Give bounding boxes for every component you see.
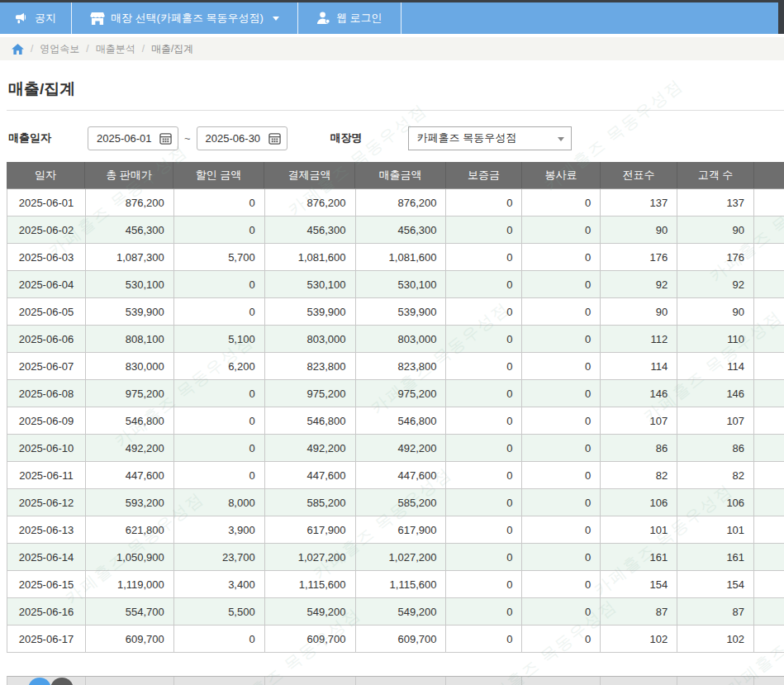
column-header[interactable]: 전표수: [601, 162, 677, 188]
table-row[interactable]: 2025-06-07830,0006,200823,800823,8000011…: [7, 353, 784, 380]
table-row[interactable]: 2025-06-17609,7000609,700609,70000102102: [7, 626, 784, 653]
value-cell: 0: [446, 216, 522, 243]
table-row[interactable]: 2025-06-09546,8000546,800546,80000107107: [7, 407, 784, 435]
table-row[interactable]: 2025-06-12593,2008,000585,200585,2000010…: [7, 489, 784, 516]
date-cell: 2025-06-17: [7, 626, 86, 652]
app-window: 공지 매장 선택(카페홀즈 목동우성점) 웹 로그인: [0, 0, 784, 685]
breadcrumb-item-current: 매출/집계: [151, 42, 193, 56]
table-row[interactable]: 2025-06-031,087,3005,7001,081,6001,081,6…: [7, 244, 784, 271]
value-cell: 0: [522, 571, 601, 597]
date-cell: 2025-06-01: [7, 189, 86, 216]
web-login-button[interactable]: 웹 로그인: [298, 2, 402, 34]
value-cell: 546,800: [86, 407, 174, 434]
home-icon[interactable]: [12, 44, 24, 55]
notice-button[interactable]: 공지: [0, 2, 72, 34]
value-cell: 110: [677, 326, 754, 352]
value-cell: 114: [677, 353, 754, 379]
column-header[interactable]: 결제금액: [264, 162, 355, 188]
user-gear-icon: [316, 12, 330, 25]
filter-bar: 매출일자 2025-06-01 ~ 2025-06-30: [8, 126, 784, 150]
value-cell: 0: [446, 271, 522, 297]
column-header[interactable]: 일자: [7, 162, 85, 188]
value-cell: 823,800: [265, 353, 356, 379]
store-select-label: 매장 선택(카페홀즈 목동우성점): [111, 11, 264, 26]
cutoff-cell: [754, 298, 784, 325]
value-cell: 90: [601, 216, 677, 243]
value-cell: 0: [522, 380, 601, 407]
column-header[interactable]: 고객 수: [677, 162, 754, 188]
calendar-icon[interactable]: [159, 132, 172, 145]
calendar-icon[interactable]: [268, 132, 281, 145]
table-row[interactable]: 2025-06-06808,1005,100803,000803,0000011…: [7, 326, 784, 353]
value-cell: 0: [446, 407, 522, 434]
date-from-input[interactable]: 2025-06-01: [88, 126, 178, 150]
date-cell: 2025-06-08: [7, 380, 86, 407]
value-cell: 0: [174, 216, 265, 243]
breadcrumb-item-sales-analysis[interactable]: 매출분석: [96, 42, 135, 56]
store-icon: [90, 12, 105, 25]
value-cell: 176: [601, 244, 677, 270]
total-cell: 21,086,300: [86, 677, 174, 685]
value-cell: 447,600: [265, 462, 356, 488]
value-cell: 876,200: [265, 189, 356, 216]
table-row[interactable]: 2025-06-05539,9000539,900539,900009090: [7, 298, 784, 326]
value-cell: 0: [446, 189, 522, 216]
value-cell: 0: [446, 544, 522, 570]
value-cell: 107: [601, 407, 677, 434]
total-cell: 130,400: [174, 677, 265, 685]
breadcrumb-item-sales-news[interactable]: 영업속보: [40, 42, 79, 56]
column-header[interactable]: 총 판매가: [85, 162, 173, 188]
date-cell: 2025-06-10: [7, 435, 86, 461]
value-cell: 0: [446, 353, 522, 379]
table-row[interactable]: 2025-06-01876,2000876,200876,20000137137: [7, 189, 784, 216]
table-row[interactable]: 2025-06-151,119,0003,4001,115,6001,115,6…: [7, 571, 784, 598]
table-row[interactable]: 2025-06-13621,8003,900617,900617,9000010…: [7, 516, 784, 544]
value-cell: 609,700: [265, 626, 356, 652]
table-row[interactable]: 2025-06-08975,2000975,200975,20000146146: [7, 380, 784, 407]
breadcrumb-separator: /: [86, 43, 88, 55]
value-cell: 539,900: [86, 298, 174, 325]
store-select-button[interactable]: 매장 선택(카페홀즈 목동우성점): [72, 2, 298, 34]
value-cell: 102: [601, 626, 677, 652]
column-header[interactable]: 매출금액: [355, 162, 446, 188]
value-cell: 617,900: [356, 516, 447, 543]
value-cell: 1,081,600: [356, 244, 447, 270]
date-cell: 2025-06-13: [7, 516, 86, 543]
date-cell: 2025-06-03: [7, 244, 86, 270]
value-cell: 803,000: [356, 326, 447, 352]
date-to-value: 2025-06-30: [206, 132, 261, 145]
table-row[interactable]: 2025-06-141,050,90023,7001,027,2001,027,…: [7, 544, 784, 571]
table-row[interactable]: 2025-06-04530,1000530,100530,100009292: [7, 271, 784, 298]
breadcrumb: / 영업속보 / 매출분석 / 매출/집계: [0, 37, 784, 60]
column-header[interactable]: 보증금: [446, 162, 522, 188]
megaphone-icon: [15, 12, 29, 25]
table-row[interactable]: 2025-06-10492,2000492,200492,200008686: [7, 435, 784, 462]
chevron-down-icon: [273, 17, 279, 21]
value-cell: 114: [601, 353, 677, 379]
date-cell: 2025-06-05: [7, 298, 86, 325]
date-cell: 2025-06-02: [7, 216, 86, 243]
column-header[interactable]: 봉사료: [522, 162, 601, 188]
date-cell: 2025-06-04: [7, 271, 86, 297]
value-cell: 107: [677, 407, 754, 434]
value-cell: 530,100: [265, 271, 356, 297]
total-cell: 0: [446, 677, 522, 685]
value-cell: 0: [174, 380, 265, 407]
table-row[interactable]: 2025-06-16554,7005,500549,200549,2000087…: [7, 598, 784, 626]
table-row[interactable]: 2025-06-02456,3000456,300456,300009090: [7, 216, 784, 244]
value-cell: 106: [601, 489, 677, 516]
cutoff-cell: [754, 326, 784, 352]
value-cell: 154: [677, 571, 754, 597]
value-cell: 0: [522, 598, 601, 625]
value-cell: 456,300: [265, 216, 356, 243]
date-to-input[interactable]: 2025-06-30: [197, 126, 287, 150]
store-select-dropdown[interactable]: 카페홀즈 목동우성점: [408, 126, 572, 150]
date-cell: 2025-06-09: [7, 407, 86, 434]
table-row[interactable]: 2025-06-11447,6000447,600447,600008282: [7, 462, 784, 489]
value-cell: 146: [677, 380, 754, 407]
table-header-row: 일자총 판매가할인 금액결제금액매출금액보증금봉사료전표수고객 수: [7, 162, 784, 189]
value-cell: 92: [677, 271, 754, 297]
column-header[interactable]: 할인 금액: [173, 162, 264, 188]
value-cell: 492,200: [265, 435, 356, 461]
value-cell: 0: [446, 516, 522, 543]
